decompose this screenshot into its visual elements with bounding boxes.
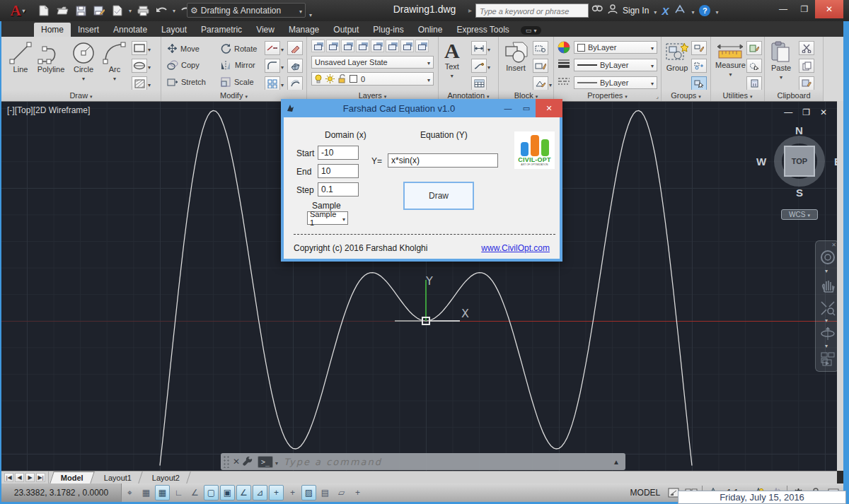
dialog-launcher-icon[interactable]: ⌟ [656, 93, 659, 100]
rectangle-combo[interactable] [132, 41, 151, 55]
plot-preview-icon[interactable] [110, 4, 125, 18]
layer-dropdown[interactable]: 0 [311, 72, 434, 86]
create-block-icon[interactable] [533, 41, 548, 55]
chevron-down-icon[interactable] [281, 59, 284, 72]
navigation-bar[interactable]: ✕ [815, 240, 837, 372]
copy-button[interactable]: Copy [167, 60, 200, 70]
last-tab-icon[interactable]: ▶| [36, 473, 45, 482]
dimension-icon[interactable] [471, 41, 487, 55]
a360-icon[interactable] [674, 4, 686, 17]
layer-unisolate-icon[interactable] [356, 40, 369, 52]
search-box[interactable] [475, 4, 589, 18]
tab-insert[interactable]: Insert [71, 23, 106, 37]
transparency-toggle[interactable]: ▨ [301, 485, 316, 500]
object-color-dropdown[interactable]: ByLayer [574, 41, 657, 54]
dialog-maximize-button[interactable]: ▭ [517, 99, 536, 117]
ungroup-button[interactable] [691, 41, 707, 55]
array-combo[interactable] [265, 76, 284, 90]
array-icon[interactable] [265, 76, 280, 90]
fillet-icon[interactable] [265, 59, 280, 73]
tab-output[interactable]: Output [326, 23, 366, 37]
chevron-down-icon[interactable] [281, 42, 284, 54]
leader-icon[interactable] [471, 59, 487, 73]
tab-annotate[interactable]: Annotate [106, 23, 154, 37]
insert-button[interactable]: Insert [503, 41, 529, 72]
linetype-dropdown[interactable]: ByLayer [574, 76, 657, 89]
step-input[interactable] [318, 182, 359, 197]
viewcube-south[interactable]: S [796, 187, 803, 199]
circle-button[interactable]: Circle [71, 41, 96, 82]
undo-icon[interactable] [154, 4, 168, 18]
layer-off-icon[interactable] [386, 40, 399, 52]
group-edit-icon[interactable] [691, 59, 707, 73]
start-input[interactable] [318, 146, 359, 160]
coordinates-display[interactable]: 23.3382, 3.1782 , 0.0000 [1, 484, 122, 502]
lineweight-toggle[interactable]: + [285, 485, 300, 500]
tab-home[interactable]: Home [34, 23, 71, 37]
panel-label-utilities[interactable]: Utilities [711, 90, 764, 101]
draw-button[interactable]: Draw [403, 182, 474, 210]
cut-button[interactable] [799, 41, 814, 55]
prev-tab-icon[interactable]: ◀ [15, 473, 24, 482]
panel-label-properties[interactable]: Properties⌟ [554, 90, 661, 101]
edit-block-button[interactable] [533, 59, 548, 73]
showmotion-icon[interactable] [820, 351, 836, 367]
scale-button[interactable]: Scale [221, 77, 254, 87]
object-snap-toggle[interactable]: ▢ [204, 485, 219, 500]
table-button[interactable] [471, 76, 487, 90]
viewcube-top-face[interactable]: TOP [784, 146, 815, 177]
linetype-button[interactable] [558, 76, 570, 86]
offset-button[interactable] [287, 76, 303, 90]
rectangle-icon[interactable] [132, 41, 147, 55]
application-menu-button[interactable]: A [3, 1, 33, 20]
save-as-icon[interactable] [92, 4, 106, 18]
layer-make-current-icon[interactable] [400, 40, 414, 52]
new-drawing-icon[interactable] [37, 4, 51, 18]
create-block-button[interactable] [533, 41, 548, 55]
scissors-icon[interactable] [799, 41, 814, 55]
close-button[interactable]: ✕ [815, 0, 843, 18]
arc-button[interactable]: Arc [102, 41, 127, 82]
selection-cycling-toggle[interactable]: ▱ [334, 485, 349, 500]
next-tab-icon[interactable]: ▶ [25, 473, 35, 482]
arc-caret-icon[interactable] [113, 74, 116, 82]
quick-properties-toggle[interactable]: ▤ [318, 485, 333, 500]
infocenter-expand-icon[interactable]: ▸ [468, 6, 472, 14]
workspace-switcher[interactable]: ⚙ Drafting & Annotation [187, 3, 306, 18]
layer-properties-icon[interactable] [311, 40, 325, 52]
command-prompt-icon[interactable]: >_ [258, 456, 273, 468]
hatch-combo[interactable] [132, 76, 151, 90]
layer-isolate-icon[interactable] [341, 40, 354, 52]
exchange-apps-icon[interactable]: X [662, 5, 669, 17]
lineweight-button[interactable] [558, 59, 570, 69]
explode-button[interactable] [287, 59, 303, 73]
edit-block-icon[interactable] [533, 59, 548, 73]
object-snap-tracking-toggle[interactable]: ∠ [236, 485, 251, 500]
quick-calc-button[interactable] [746, 76, 762, 90]
id-point-button[interactable] [746, 41, 762, 55]
a360-caret-icon[interactable] [691, 4, 694, 17]
tab-model[interactable]: Model [50, 471, 94, 484]
group-selection-toggle[interactable] [691, 76, 707, 90]
pan-hand-icon[interactable] [820, 278, 836, 293]
dimension-combo[interactable] [471, 41, 490, 55]
paste-button[interactable]: Paste [770, 41, 792, 81]
chevron-down-icon[interactable] [281, 77, 284, 90]
tab-parametric[interactable]: Parametric [194, 23, 249, 37]
command-input[interactable] [278, 456, 613, 468]
wcs-menu-button[interactable]: WCS [781, 209, 818, 220]
chevron-down-icon[interactable] [148, 77, 151, 90]
maximize-button[interactable]: ❐ [794, 0, 815, 18]
explode-icon[interactable] [287, 59, 303, 73]
navbar-close-icon[interactable]: ✕ [831, 242, 836, 248]
circle-caret-icon[interactable] [82, 74, 85, 82]
leader-combo[interactable] [471, 59, 490, 73]
layer-states-icon[interactable] [326, 40, 340, 52]
color-wheel-button[interactable] [558, 41, 570, 54]
group-selection-icon[interactable] [691, 76, 707, 90]
first-tab-icon[interactable]: |◀ [4, 473, 13, 482]
drawing-restore-icon[interactable]: ❐ [802, 107, 810, 117]
ungroup-icon[interactable] [691, 41, 707, 55]
quick-select-icon[interactable] [746, 59, 762, 73]
layer-match-icon[interactable] [415, 40, 429, 52]
